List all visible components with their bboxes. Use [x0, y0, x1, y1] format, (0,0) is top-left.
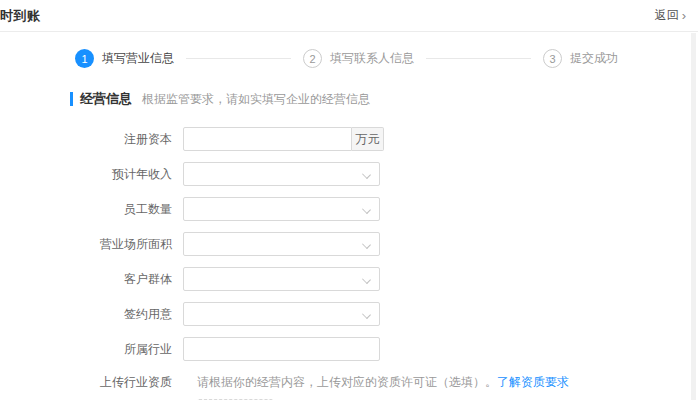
step-submit-success: 3 提交成功 [543, 49, 618, 68]
step-3-label: 提交成功 [570, 50, 618, 67]
unit-addon-wanyuan: 万元 [352, 127, 384, 151]
qualification-requirements-link[interactable]: 了解资质要求 [497, 375, 569, 389]
form-row-customer-group: 客户群体 [0, 267, 698, 291]
registered-capital-label: 注册资本 [0, 131, 172, 148]
page: 时到账 返回 › 1 填写营业信息 2 填写联系人信息 3 提交成功 经营信息 … [0, 0, 698, 400]
annual-income-select[interactable] [183, 162, 380, 186]
form-row-employee-count: 员工数量 [0, 197, 698, 221]
section-accent-bar [70, 92, 73, 106]
signing-intent-label: 签约用意 [0, 306, 172, 323]
form-row-industry: 所属行业 [0, 337, 698, 361]
chevron-down-icon [362, 240, 371, 249]
step-1-circle: 1 [75, 49, 94, 68]
form-row-annual-income: 预计年收入 [0, 162, 698, 186]
step-fill-business-info: 1 填写营业信息 [75, 49, 174, 68]
step-1-label: 填写营业信息 [102, 50, 174, 67]
registered-capital-input[interactable] [183, 127, 352, 151]
form-row-signing-intent: 签约用意 [0, 302, 698, 326]
business-info-form: 注册资本 万元 预计年收入 员工数量 营业场所面积 [0, 127, 698, 400]
upload-description-text: 请根据你的经营内容，上传对应的资质许可证（选填）。 [197, 375, 497, 389]
back-link[interactable]: 返回 › [655, 7, 686, 24]
chevron-down-icon [362, 205, 371, 214]
chevron-down-icon [362, 170, 371, 179]
scrollbar[interactable] [691, 33, 696, 400]
upload-qualification-label: 上传行业资质 [0, 374, 172, 391]
section-header: 经营信息 根据监管要求，请如实填写企业的经营信息 [70, 90, 698, 108]
section-description: 根据监管要求，请如实填写企业的经营信息 [142, 91, 370, 108]
annual-income-label: 预计年收入 [0, 166, 172, 183]
premises-area-label: 营业场所面积 [0, 236, 172, 253]
industry-input[interactable] [183, 337, 380, 361]
step-connector [186, 58, 291, 59]
customer-group-label: 客户群体 [0, 271, 172, 288]
step-fill-contact-info: 2 填写联系人信息 [303, 49, 414, 68]
step-2-circle: 2 [303, 49, 322, 68]
employee-count-select[interactable] [183, 197, 380, 221]
form-row-upload-qualification: 上传行业资质 请根据你的经营内容，上传对应的资质许可证（选填）。了解资质要求 [0, 374, 698, 400]
chevron-down-icon [362, 275, 371, 284]
upload-description: 请根据你的经营内容，上传对应的资质许可证（选填）。了解资质要求 [197, 375, 569, 389]
form-row-premises-area: 营业场所面积 [0, 232, 698, 256]
customer-group-select[interactable] [183, 267, 380, 291]
section-title: 经营信息 [80, 90, 132, 108]
chevron-right-icon: › [682, 9, 686, 22]
industry-label: 所属行业 [0, 341, 172, 358]
step-3-circle: 3 [543, 49, 562, 68]
chevron-down-icon [362, 310, 371, 319]
page-title: 时到账 [0, 7, 41, 25]
step-indicator: 1 填写营业信息 2 填写联系人信息 3 提交成功 [75, 49, 618, 68]
step-connector [426, 58, 531, 59]
premises-area-select[interactable] [183, 232, 380, 256]
form-row-registered-capital: 注册资本 万元 [0, 127, 698, 151]
header-bar: 时到账 返回 › [0, 0, 698, 32]
employee-count-label: 员工数量 [0, 201, 172, 218]
back-link-label: 返回 [655, 7, 679, 24]
step-2-label: 填写联系人信息 [330, 50, 414, 67]
signing-intent-select[interactable] [183, 302, 380, 326]
